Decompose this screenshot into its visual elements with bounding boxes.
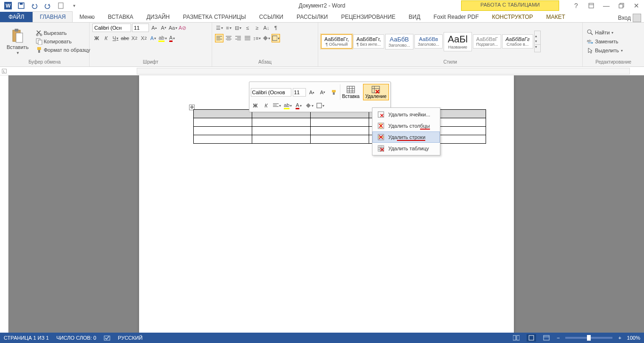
increase-font-button[interactable]: A▴ [150, 24, 158, 32]
tab-selector[interactable]: L [2, 69, 7, 74]
tab-menu[interactable]: Меню [73, 12, 101, 22]
justify-button[interactable] [243, 34, 252, 42]
delete-rows-item[interactable]: Удалить строки [372, 131, 440, 143]
page-indicator[interactable]: СТРАНИЦА 1 ИЗ 1 [4, 335, 49, 341]
table-cell[interactable] [310, 135, 369, 144]
word-count[interactable]: ЧИСЛО СЛОВ: 0 [57, 335, 97, 341]
mini-format-painter[interactable] [329, 88, 339, 97]
tab-view[interactable]: ВИД [402, 12, 427, 22]
delete-columns-item[interactable]: Удалить столбцы [372, 120, 440, 131]
mini-highlight[interactable]: ab▾ [283, 101, 293, 110]
table-cell[interactable] [310, 127, 369, 135]
tab-references[interactable]: ССЫЛКИ [253, 12, 290, 22]
new-doc-button[interactable] [55, 0, 67, 11]
mini-size-select[interactable] [293, 88, 306, 97]
font-size-select[interactable] [132, 24, 149, 32]
style-subtitle[interactable]: АаБбВвГПодзагол... [473, 34, 501, 49]
tab-mailings[interactable]: РАССЫЛКИ [290, 12, 334, 22]
tab-insert[interactable]: ВСТАВКА [101, 12, 140, 22]
page[interactable]: ✥ A▴ A▾ Вставка [139, 75, 514, 333]
document-scroll[interactable]: ✥ A▴ A▾ Вставка [8, 75, 644, 333]
redo-button[interactable] [41, 0, 54, 11]
mini-insert-button[interactable]: Вставка [340, 84, 362, 100]
help-button[interactable]: ? [570, 1, 582, 10]
save-button[interactable] [15, 0, 27, 11]
superscript-button[interactable]: X2 [140, 34, 148, 42]
tab-file[interactable]: ФАЙЛ [0, 12, 33, 22]
font-color-button[interactable]: A▾ [168, 34, 176, 42]
italic-button[interactable]: К [102, 34, 110, 42]
styles-more-button[interactable]: ▴▾▾ [534, 31, 541, 52]
horizontal-ruler[interactable]: L [0, 67, 644, 75]
qat-customize[interactable]: ▼ [68, 0, 80, 11]
mini-delete-button[interactable]: Удаление [363, 84, 389, 100]
table-cell[interactable] [252, 118, 310, 127]
language-indicator[interactable]: РУССКИЙ [118, 335, 142, 341]
format-painter-button[interactable]: Формат по образцу [34, 46, 92, 54]
shading-button[interactable]: ▾ [262, 34, 271, 42]
signin-button[interactable]: Вход [618, 14, 641, 22]
style-weak[interactable]: АаБбВвГгСлабое в... [502, 34, 533, 49]
mini-font-color[interactable]: A▾ [294, 101, 304, 110]
delete-table-item[interactable]: Удалить таблицу [372, 143, 440, 154]
clear-formatting-button[interactable]: A⊘ [178, 24, 187, 32]
delete-cells-item[interactable]: Удалить ячейки... [372, 109, 440, 120]
select-button[interactable]: Выделить▾ [586, 47, 641, 54]
style-heading2[interactable]: АаБбВвЗаголово... [414, 34, 443, 49]
tab-layout-table[interactable]: МАКЕТ [540, 12, 572, 22]
vertical-ruler[interactable] [0, 75, 8, 333]
line-spacing-button[interactable]: ↕≡▾ [253, 34, 261, 42]
table-row[interactable] [193, 135, 486, 144]
cut-button[interactable]: Вырезать [34, 29, 92, 37]
table-cell[interactable] [252, 127, 310, 135]
tab-design[interactable]: ДИЗАЙН [140, 12, 176, 22]
table-cell[interactable] [193, 118, 252, 127]
sort-button[interactable]: A↓ [262, 24, 271, 32]
tab-review[interactable]: РЕЦЕНЗИРОВАНИЕ [334, 12, 402, 22]
tab-constructor[interactable]: КОНСТРУКТОР [486, 12, 540, 22]
style-heading1[interactable]: АаБбВЗаголово... [385, 34, 413, 49]
undo-button[interactable] [28, 0, 41, 11]
increase-indent-button[interactable]: ≥ [253, 24, 261, 32]
align-left-button[interactable] [215, 34, 223, 42]
table-cell[interactable] [193, 127, 252, 135]
minimize-button[interactable]: — [601, 1, 612, 10]
word-table[interactable] [193, 109, 486, 144]
multilevel-button[interactable]: ⊟▾ [234, 24, 242, 32]
strikethrough-button[interactable]: abc [121, 34, 129, 42]
zoom-level[interactable]: 100% [627, 335, 640, 341]
style-nointerval[interactable]: АаБбВвГг,¶ Без инте... [353, 34, 384, 49]
underline-button[interactable]: Ч▾ [111, 34, 120, 42]
zoom-out-button[interactable]: − [557, 335, 560, 341]
mini-italic[interactable]: К [262, 101, 271, 110]
font-name-select[interactable] [92, 24, 131, 32]
replace-button[interactable]: abЗаменить [586, 38, 641, 45]
bold-button[interactable]: Ж [92, 34, 101, 42]
style-normal[interactable]: АаБбВвГг,¶ Обычный [321, 34, 352, 49]
style-title[interactable]: АаБlНазвание [444, 32, 472, 51]
bullets-button[interactable]: ☰▾ [215, 24, 223, 32]
table-row[interactable] [193, 118, 486, 127]
tab-foxit[interactable]: Foxit Reader PDF [427, 12, 486, 22]
mini-shading[interactable]: ▾ [305, 101, 314, 110]
word-icon[interactable]: W [2, 0, 14, 11]
mini-align[interactable]: ▾ [272, 101, 282, 110]
zoom-slider[interactable] [565, 337, 612, 339]
table-row[interactable] [193, 127, 486, 135]
mini-increase-font[interactable]: A▴ [307, 88, 317, 97]
ribbon-display-button[interactable] [586, 1, 597, 10]
decrease-font-button[interactable]: A▾ [159, 24, 168, 32]
text-effects-button[interactable]: A▾ [149, 34, 157, 42]
align-center-button[interactable] [224, 34, 233, 42]
mini-font-select[interactable] [251, 88, 291, 97]
decrease-indent-button[interactable]: ≤ [243, 24, 252, 32]
change-case-button[interactable]: Aa▾ [169, 24, 177, 32]
borders-button[interactable]: ▾ [272, 34, 280, 42]
zoom-thumb[interactable] [587, 335, 591, 341]
table-cell[interactable] [193, 135, 252, 144]
tab-home[interactable]: ГЛАВНАЯ [33, 11, 73, 22]
subscript-button[interactable]: X2 [130, 34, 139, 42]
paste-button[interactable]: Вставить ▼ [3, 26, 33, 57]
table-cell[interactable] [252, 135, 310, 144]
zoom-in-button[interactable]: + [618, 335, 621, 341]
